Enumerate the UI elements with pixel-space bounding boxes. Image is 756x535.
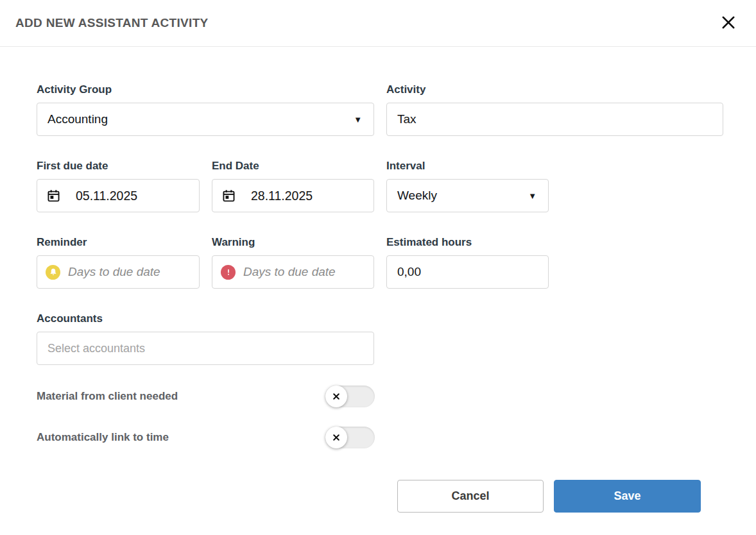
activity-group-field: Activity Group Accounting ▼ — [37, 83, 374, 136]
dialog-footer: Cancel Save — [37, 480, 723, 513]
first-due-date-value: 05.11.2025 — [76, 189, 137, 203]
chevron-down-icon: ▼ — [354, 115, 362, 124]
dialog-header: ADD NEW ASSISTANT ACTIVITY — [0, 0, 756, 47]
warning-input[interactable] — [236, 256, 367, 288]
dialog-title: ADD NEW ASSISTANT ACTIVITY — [15, 16, 209, 30]
save-button[interactable]: Save — [554, 480, 701, 513]
activity-label: Activity — [386, 83, 723, 97]
dialog-body: Activity Group Accounting ▼ Activity Fir… — [0, 47, 756, 513]
material-from-client-row: Material from client needed — [37, 386, 375, 407]
activity-field: Activity — [386, 83, 723, 136]
end-date-value: 28.11.2025 — [251, 189, 313, 203]
toggle-off-icon — [325, 386, 347, 407]
warning-label: Warning — [212, 235, 374, 250]
material-from-client-label: Material from client needed — [37, 390, 178, 403]
interval-select[interactable]: Weekly ▼ — [386, 179, 549, 212]
first-due-date-input[interactable]: 05.11.2025 — [37, 179, 200, 212]
accountants-field: Accountants — [37, 312, 374, 365]
interval-value: Weekly — [397, 189, 437, 203]
close-icon — [720, 14, 737, 33]
accountants-input[interactable] — [37, 332, 374, 365]
material-from-client-toggle[interactable] — [325, 386, 375, 407]
close-button[interactable] — [717, 12, 739, 34]
warning-field: Warning — [212, 235, 374, 289]
end-date-input[interactable]: 28.11.2025 — [212, 179, 374, 212]
estimated-hours-field: Estimated hours — [386, 235, 549, 289]
cancel-button[interactable]: Cancel — [397, 480, 544, 513]
auto-link-time-toggle[interactable] — [325, 427, 375, 448]
first-due-date-field: First due date 05.11.2025 — [37, 159, 200, 212]
exclamation-icon — [221, 265, 236, 280]
bell-icon — [46, 265, 60, 280]
reminder-field: Reminder — [37, 235, 200, 289]
calendar-icon — [46, 189, 61, 203]
interval-label: Interval — [386, 159, 549, 173]
end-date-label: End Date — [212, 159, 374, 173]
interval-field: Interval Weekly ▼ — [386, 159, 549, 212]
estimated-hours-input[interactable] — [386, 255, 549, 289]
accountants-label: Accountants — [37, 312, 374, 326]
auto-link-time-label: Automatically link to time — [37, 431, 169, 444]
toggle-off-icon — [325, 427, 347, 448]
first-due-date-label: First due date — [37, 159, 200, 173]
end-date-field: End Date 28.11.2025 — [212, 159, 374, 212]
activity-group-value: Accounting — [47, 112, 108, 126]
estimated-hours-label: Estimated hours — [386, 235, 549, 250]
activity-group-select[interactable]: Accounting ▼ — [37, 103, 374, 136]
calendar-icon — [221, 189, 236, 203]
reminder-input[interactable] — [60, 256, 193, 288]
reminder-label: Reminder — [37, 235, 200, 250]
activity-input[interactable] — [386, 103, 723, 136]
auto-link-time-row: Automatically link to time — [37, 427, 375, 448]
activity-group-label: Activity Group — [37, 83, 374, 97]
chevron-down-icon: ▼ — [528, 192, 537, 200]
